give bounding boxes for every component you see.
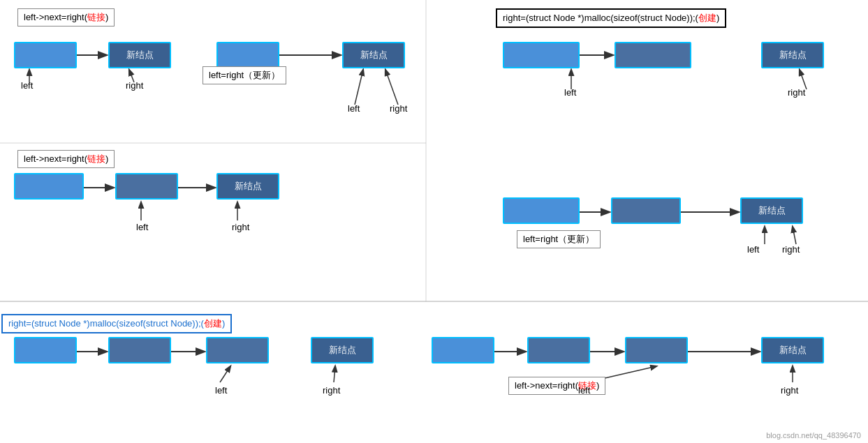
svg-line-5 <box>385 70 398 105</box>
label-ml-left: left <box>136 222 148 232</box>
label-br-right: right <box>781 385 798 396</box>
label-bl-right: right <box>323 385 340 396</box>
node-bl4: 新结点 <box>311 337 374 363</box>
svg-line-4 <box>355 70 363 105</box>
label-box-tl-update: left=right（更新） <box>203 66 286 84</box>
label-ml-right: right <box>232 222 249 232</box>
label-tl-right1: right <box>126 80 143 91</box>
node-bl2 <box>108 337 171 363</box>
node-br2 <box>527 337 590 363</box>
label-tl-right2: right <box>390 103 407 114</box>
node-ml2 <box>115 173 178 200</box>
diagram-container: left->next=right(链接) 新结点 left right 新结点 … <box>0 0 868 443</box>
node-tl4: 新结点 <box>342 42 405 68</box>
svg-line-12 <box>220 366 230 382</box>
node-tl1 <box>14 42 77 68</box>
node-mr3: 新结点 <box>740 197 803 224</box>
node-br4: 新结点 <box>761 337 824 363</box>
label-box-br: left->next=right(链接) <box>508 377 605 395</box>
node-tr2 <box>615 42 691 68</box>
node-bl3 <box>206 337 269 363</box>
label-box-tl1: left->next=right(链接) <box>17 8 115 27</box>
node-tl2: 新结点 <box>108 42 171 68</box>
node-br1 <box>432 337 494 363</box>
label-box-ml: left->next=right(链接) <box>17 150 115 168</box>
label-bl-left: left <box>215 385 227 396</box>
node-bl1 <box>14 337 77 363</box>
node-mr2 <box>611 197 681 224</box>
svg-line-16 <box>800 70 807 89</box>
node-br3 <box>625 337 688 363</box>
svg-line-20 <box>793 227 796 244</box>
watermark: blog.csdn.net/qq_48396470 <box>766 431 861 440</box>
label-mr-right: right <box>782 244 800 255</box>
svg-line-13 <box>334 366 335 382</box>
label-br-left: left <box>578 385 590 396</box>
label-tl-left2: left <box>348 103 360 114</box>
label-tl1-text: left->next=right(链接) <box>24 12 108 22</box>
label-box-bl: right=(struct Node *)malloc(sizeof(struc… <box>1 314 232 333</box>
node-tr3: 新结点 <box>761 42 824 68</box>
label-tl-left1: left <box>21 80 33 91</box>
node-ml3: 新结点 <box>216 173 279 200</box>
node-tr1 <box>503 42 580 68</box>
label-box-mr: left=right（更新） <box>517 230 601 248</box>
label-box-tr: right=(struct Node *)malloc(sizeof(struc… <box>496 8 726 28</box>
node-ml1 <box>14 173 84 200</box>
node-mr1 <box>503 197 580 224</box>
label-tl1-highlight: 链接 <box>87 12 105 22</box>
node-tl3 <box>216 42 279 68</box>
label-ml-highlight: 链接 <box>87 153 105 164</box>
label-tr-right: right <box>788 87 805 98</box>
label-tr-left: left <box>564 87 576 98</box>
label-mr-left: left <box>747 244 759 255</box>
